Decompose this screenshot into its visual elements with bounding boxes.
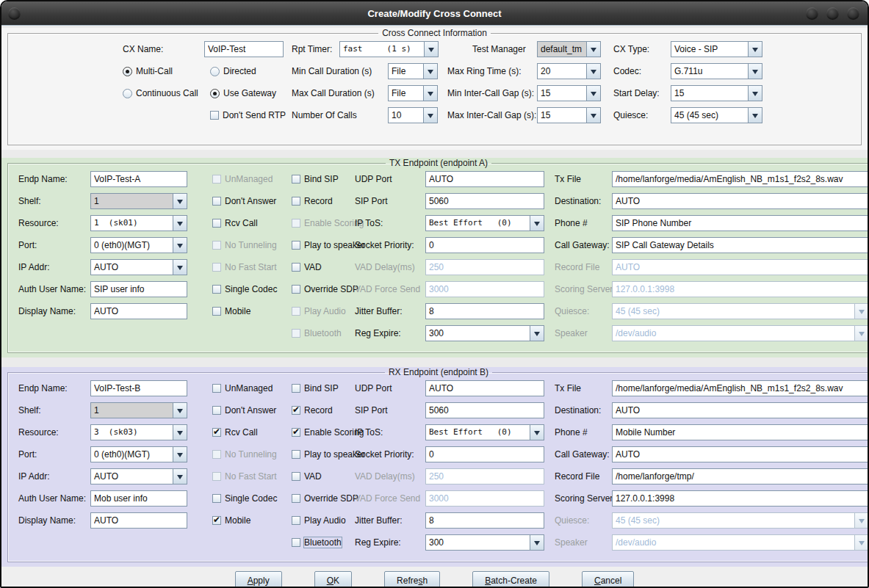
tx-check-vad[interactable]: VAD bbox=[292, 262, 352, 272]
rx-call-gateway-input[interactable] bbox=[612, 446, 869, 462]
apply-button[interactable]: Apply bbox=[235, 571, 282, 588]
use-gateway-radio[interactable]: Use Gateway bbox=[204, 88, 284, 98]
rx-check-record[interactable]: Record bbox=[292, 405, 352, 415]
rx-sip-port-input[interactable] bbox=[425, 402, 544, 418]
dont-send-rtp-checkbox[interactable]: Don't Send RTP bbox=[204, 110, 284, 120]
rx-destination-input[interactable] bbox=[612, 402, 869, 418]
tx-row-5: IP Addr: AUTO No Fast Start VAD VAD Dela… bbox=[14, 256, 869, 278]
tx-check-rcv-call[interactable]: Rcv Call bbox=[190, 218, 289, 228]
tx-call-gateway-input[interactable] bbox=[612, 237, 869, 253]
max-inter-call-gap-combo[interactable]: 15 bbox=[537, 107, 601, 123]
tx-ip-tos-combo[interactable]: Best Effort (0) bbox=[425, 215, 544, 231]
rx-resource-combo[interactable]: 3 (sk03) bbox=[90, 424, 187, 440]
window-menu-icon[interactable] bbox=[8, 7, 21, 20]
tx-display-name-input[interactable] bbox=[90, 303, 187, 319]
rx-check-dont-answer[interactable]: Don't Answer bbox=[190, 405, 289, 415]
window-minimize-icon[interactable] bbox=[806, 7, 818, 20]
rx-check-bind-sip[interactable]: Bind SIP bbox=[292, 383, 352, 393]
tx-reg-expire-combo[interactable]: 300 bbox=[425, 325, 544, 341]
rx-check-unmanaged[interactable]: UnManaged bbox=[190, 383, 289, 393]
tx-jitter-buffer-input[interactable] bbox=[425, 303, 544, 319]
tx-check-play-to-speaker[interactable]: Play to speaker bbox=[292, 240, 352, 250]
start-delay-combo[interactable]: 15 bbox=[671, 85, 762, 101]
dropdown-arrow-icon bbox=[530, 425, 544, 440]
rx-ip-tos-label: IP ToS: bbox=[355, 427, 422, 438]
cx-type-combo[interactable]: Voice - SIP bbox=[671, 41, 762, 57]
ok-button[interactable]: OK bbox=[314, 571, 352, 588]
min-inter-call-gap-combo[interactable]: 15 bbox=[537, 85, 601, 101]
titlebar[interactable]: Create/Modify Cross Connect bbox=[1, 1, 868, 26]
tx-socket-priority-label: Socket Priority: bbox=[355, 240, 422, 250]
tx-tx-file-input[interactable] bbox=[612, 171, 869, 187]
rx-check-rcv-call[interactable]: Rcv Call bbox=[190, 427, 289, 438]
cross-connect-info-panel: Cross Connect Information CX Name: Rpt T… bbox=[7, 28, 862, 145]
tx-endp-name-input[interactable] bbox=[90, 171, 187, 187]
tx-ip-addr-combo[interactable]: AUTO bbox=[90, 259, 187, 275]
rx-check-vad[interactable]: VAD bbox=[292, 471, 352, 482]
tx-auth-user-name-input[interactable] bbox=[90, 281, 187, 297]
rx-jitter-buffer-input[interactable] bbox=[425, 512, 544, 529]
rx-ip-tos-combo[interactable]: Best Effort (0) bbox=[425, 424, 544, 440]
number-of-calls-combo[interactable]: 10 bbox=[388, 107, 438, 123]
test-manager-value: default_tm bbox=[538, 42, 586, 57]
tx-record-file-input[interactable] bbox=[612, 259, 869, 275]
tx-check-play-audio[interactable]: Play Audio bbox=[292, 306, 352, 316]
rx-ip-addr-combo[interactable]: AUTO bbox=[90, 468, 187, 484]
checkbox-icon bbox=[292, 472, 300, 481]
tx-check-enable-scoring[interactable]: Enable Scoring bbox=[292, 218, 352, 228]
tx-socket-priority-input[interactable] bbox=[425, 237, 544, 253]
rx-socket-priority-input[interactable] bbox=[425, 446, 544, 462]
rx-check-override-sdp[interactable]: Override SDP bbox=[292, 493, 352, 504]
tx-check-mobile[interactable]: Mobile bbox=[190, 306, 289, 316]
rx-vad-force-send-input bbox=[425, 490, 544, 507]
rx-record-file-input[interactable] bbox=[612, 468, 869, 484]
rx-check-bluetooth[interactable]: Bluetooth bbox=[292, 537, 352, 548]
rx-auth-user-name-input[interactable] bbox=[90, 490, 187, 507]
checkbox-icon bbox=[292, 175, 300, 184]
refresh-button[interactable]: Refresh bbox=[384, 571, 440, 588]
codec-combo[interactable]: G.711u bbox=[671, 63, 762, 79]
tx-udp-port-input[interactable] bbox=[425, 171, 544, 187]
quiesce-combo[interactable]: 45 (45 sec) bbox=[671, 107, 762, 123]
batch-create-button[interactable]: Batch-Create bbox=[472, 571, 549, 588]
rx-tx-file-input[interactable] bbox=[612, 380, 869, 396]
rpt-timer-combo[interactable]: fast (1 s) bbox=[339, 41, 439, 57]
rx-endpoint-panel: RX Endpoint (endpoint B) Endp Name: UnMa… bbox=[7, 367, 869, 562]
tx-check-single-codec[interactable]: Single Codec bbox=[190, 284, 289, 294]
tx-check-bind-sip[interactable]: Bind SIP bbox=[292, 174, 352, 184]
rx-check-mobile[interactable]: Mobile bbox=[190, 515, 289, 526]
rx-check-single-codec[interactable]: Single Codec bbox=[190, 493, 289, 504]
directed-radio[interactable]: Directed bbox=[204, 66, 284, 76]
rx-port-combo[interactable]: 0 (eth0)(MGT) bbox=[90, 446, 187, 462]
tx-phone-input[interactable] bbox=[612, 215, 869, 231]
rx-reg-expire-combo[interactable]: 300 bbox=[425, 534, 544, 551]
rx-check-play-to-speaker[interactable]: Play to speaker bbox=[292, 449, 352, 460]
tx-sip-port-input[interactable] bbox=[425, 193, 544, 209]
tx-check-record[interactable]: Record bbox=[292, 196, 352, 206]
min-call-duration-combo[interactable]: File bbox=[388, 63, 438, 79]
max-call-duration-combo[interactable]: File bbox=[388, 85, 438, 101]
rx-endp-name-input[interactable] bbox=[90, 380, 187, 396]
window-close-icon[interactable] bbox=[847, 7, 859, 20]
tx-check-unmanaged[interactable]: UnManaged bbox=[190, 174, 289, 184]
multi-call-radio[interactable]: Multi-Call bbox=[118, 66, 201, 76]
tx-check-bluetooth[interactable]: Bluetooth bbox=[292, 328, 352, 338]
cancel-button[interactable]: Cancel bbox=[582, 571, 634, 588]
tx-check-override-sdp[interactable]: Override SDP bbox=[292, 284, 352, 294]
continuous-call-radio[interactable]: Continuous Call bbox=[118, 88, 201, 98]
tx-resource-combo[interactable]: 1 (sk01) bbox=[90, 215, 187, 231]
window-maximize-icon[interactable] bbox=[826, 7, 839, 20]
dropdown-arrow-icon bbox=[854, 304, 868, 319]
tx-destination-input[interactable] bbox=[612, 193, 869, 209]
max-ring-time-combo[interactable]: 20 bbox=[537, 63, 601, 79]
cx-name-input[interactable] bbox=[204, 41, 284, 57]
rx-check-play-audio[interactable]: Play Audio bbox=[292, 515, 352, 526]
rx-display-name-input[interactable] bbox=[90, 512, 187, 529]
rx-check-enable-scoring[interactable]: Enable Scoring bbox=[292, 427, 352, 438]
tx-scoring-server-input[interactable] bbox=[612, 281, 869, 297]
tx-port-combo[interactable]: 0 (eth0)(MGT) bbox=[90, 237, 187, 253]
tx-check-dont-answer[interactable]: Don't Answer bbox=[190, 196, 289, 206]
rx-scoring-server-input[interactable] bbox=[612, 490, 869, 507]
rx-udp-port-input[interactable] bbox=[425, 380, 544, 396]
rx-phone-input[interactable] bbox=[612, 424, 869, 440]
